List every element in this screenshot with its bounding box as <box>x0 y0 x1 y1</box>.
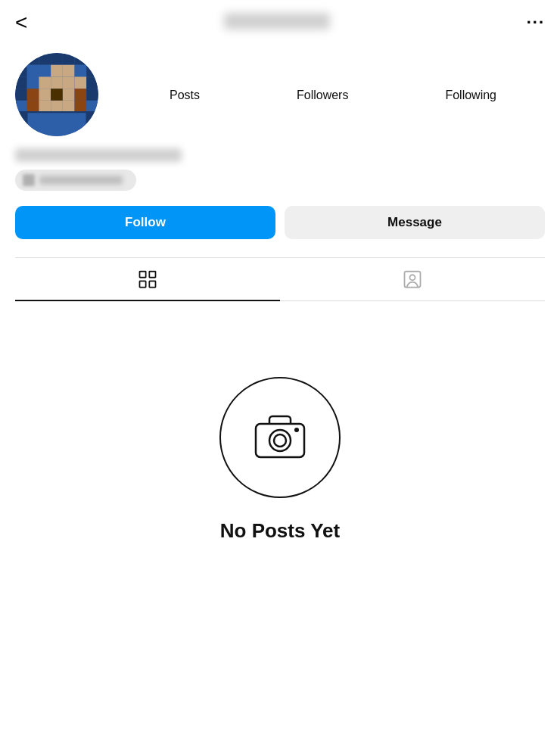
camera-icon <box>250 407 310 468</box>
avatar <box>15 53 98 136</box>
message-button[interactable]: Message <box>285 206 545 239</box>
profile-section: Posts Followers Following Follow Message <box>0 45 560 316</box>
bio-text-blur <box>39 176 123 185</box>
tab-grid[interactable] <box>15 258 280 300</box>
svg-rect-1 <box>149 272 155 278</box>
svg-point-8 <box>274 434 286 447</box>
svg-point-9 <box>294 428 299 432</box>
svg-rect-3 <box>149 281 155 287</box>
stat-posts[interactable]: Posts <box>170 87 200 102</box>
profile-top-row: Posts Followers Following <box>15 53 545 136</box>
following-label: Following <box>445 89 496 102</box>
camera-circle <box>219 377 341 498</box>
tagged-icon <box>402 269 423 290</box>
svg-rect-4 <box>405 272 421 288</box>
posts-label: Posts <box>170 89 200 102</box>
grid-icon <box>137 269 158 290</box>
follow-button[interactable]: Follow <box>15 206 275 239</box>
svg-rect-0 <box>140 272 146 278</box>
stats-row: Posts Followers Following <box>121 87 545 102</box>
action-buttons: Follow Message <box>15 206 545 239</box>
stat-followers[interactable]: Followers <box>297 87 348 102</box>
more-options-button[interactable]: ··· <box>527 13 545 33</box>
username-blur <box>224 13 330 30</box>
profile-info <box>15 148 545 191</box>
svg-point-5 <box>410 275 415 280</box>
svg-point-7 <box>269 430 291 451</box>
header: < ··· <box>0 0 560 45</box>
no-posts-title: No Posts Yet <box>220 519 340 543</box>
back-button[interactable]: < <box>15 12 27 33</box>
display-name-blur <box>15 148 182 162</box>
svg-rect-2 <box>140 281 146 287</box>
bio-icon-blur <box>23 174 35 186</box>
tab-bar <box>15 257 545 301</box>
bio-blur <box>15 170 136 191</box>
header-username <box>27 13 526 33</box>
followers-label: Followers <box>297 89 348 102</box>
no-posts-section: No Posts Yet <box>0 316 560 573</box>
avatar-canvas <box>15 53 98 136</box>
tab-tagged[interactable] <box>280 258 545 300</box>
stat-following[interactable]: Following <box>445 87 496 102</box>
